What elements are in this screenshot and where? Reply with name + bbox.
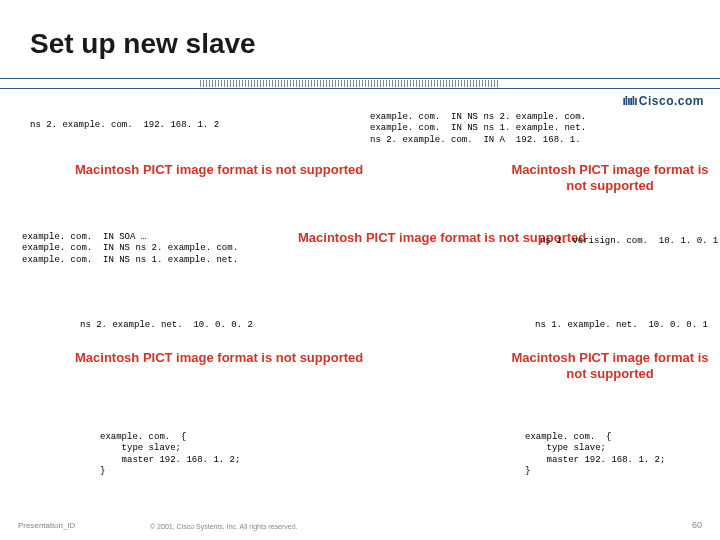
footer-page-number: 60 [692, 520, 702, 530]
dns-top-left: ns 2. example. com. 192. 168. 1. 2 [30, 120, 219, 131]
pict-placeholder-1: Macintosh PICT image format is not suppo… [75, 162, 363, 178]
pict-placeholder-5: Macintosh PICT image format is not suppo… [500, 350, 720, 381]
dns-top-right: example. com. IN NS ns 2. example. com. … [370, 112, 586, 146]
dns-net-right: ns 1. example. net. 10. 0. 0. 1 [535, 320, 708, 331]
pict-placeholder-4: Macintosh PICT image format is not suppo… [75, 350, 363, 366]
pict-placeholder-2: Macintosh PICT image format is not suppo… [500, 162, 720, 193]
title-divider [0, 78, 720, 90]
page-title: Set up new slave [30, 28, 256, 60]
footer-copyright: © 2001, Cisco Systems, Inc. All rights r… [150, 523, 298, 530]
dns-net-left: ns 2. example. net. 10. 0. 0. 2 [80, 320, 253, 331]
conf-right: example. com. { type slave; master 192. … [525, 432, 665, 477]
cisco-logo: Cisco.com [622, 94, 704, 108]
dns-mid-left: example. com. IN SOA … example. com. IN … [22, 232, 238, 266]
footer-presentation-id: Presentation_ID [18, 521, 75, 530]
dns-mid-right: ns 1. verisign. com. 10. 1. 0. 1 [540, 236, 718, 247]
conf-left: example. com. { type slave; master 192. … [100, 432, 240, 477]
